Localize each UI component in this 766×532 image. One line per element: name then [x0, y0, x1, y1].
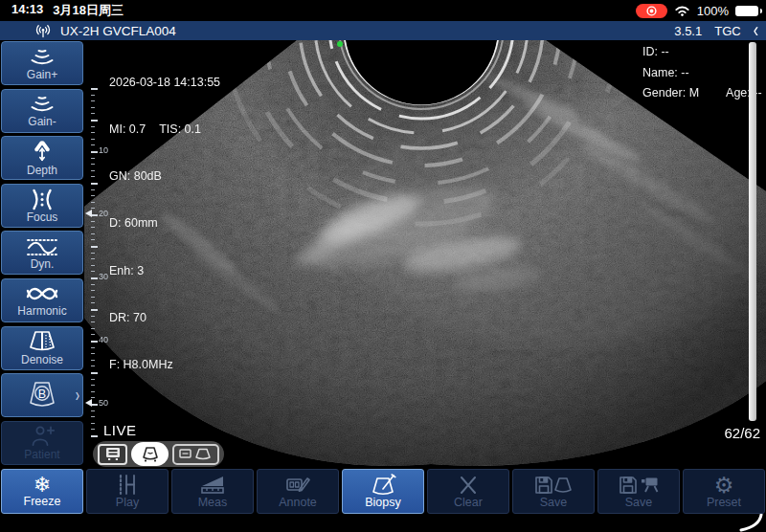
b-mode-icon: B	[21, 380, 63, 410]
preset-label: Preset	[707, 497, 741, 509]
freeze-button[interactable]: ❄ Freeze	[1, 469, 83, 514]
patient-name: Name: --	[642, 63, 762, 84]
bottom-strip	[0, 514, 766, 532]
battery-icon	[735, 6, 758, 16]
split-view-icon	[178, 447, 214, 461]
harmonic-label: Harmonic	[17, 305, 66, 317]
save-video-icon	[618, 474, 660, 497]
depth-button[interactable]: Depth	[1, 136, 83, 180]
b-mode-chevron-icon: ›	[76, 384, 79, 406]
patient-button[interactable]: Patient	[1, 421, 83, 465]
tgc-chevron-icon[interactable]: ‹	[754, 20, 758, 41]
harmonic-icon	[24, 283, 60, 304]
depth-icon	[28, 141, 56, 164]
measure-label: Meas	[198, 497, 228, 509]
depth-end-marker	[85, 399, 92, 407]
tgc-button[interactable]: TGC	[714, 24, 740, 38]
live-status-label: LIVE	[103, 422, 137, 438]
ruler-label-20: 20	[99, 209, 108, 218]
report-view-icon	[103, 447, 123, 461]
dynamic-range-label: Dyn.	[31, 258, 55, 270]
dynamic-range-icon	[25, 236, 59, 257]
app-bar: UX-2H GVCFLA004 3.5.1 TGC ‹	[0, 21, 766, 40]
save-image-button[interactable]: Save	[512, 469, 595, 514]
sidebar: Gain+ Gain- Depth	[0, 40, 84, 469]
bottom-toolbar: ❄ Freeze Play Meas	[0, 469, 766, 514]
orientation-marker-dot	[337, 41, 343, 47]
wifi-icon	[674, 5, 690, 16]
gain-plus-label: Gain+	[27, 69, 57, 80]
screen-record-indicator[interactable]	[636, 4, 667, 18]
depth-ruler	[91, 88, 95, 438]
focus-icon	[27, 188, 57, 211]
patient-id: ID: --	[642, 42, 762, 63]
scan-datetime: 2026-03-18 14:13:55	[109, 75, 220, 90]
view-layout-selector	[93, 441, 224, 467]
image-view-icon	[139, 446, 162, 463]
battery-percent: 100%	[697, 4, 729, 18]
record-icon	[645, 5, 658, 17]
denoise-button[interactable]: Denoise	[1, 326, 83, 370]
gain-minus-button[interactable]: Gain-	[1, 89, 83, 133]
freeze-label: Freeze	[24, 496, 61, 508]
dynamic-range-button[interactable]: Dyn.	[1, 231, 83, 275]
ruler-label-50: 50	[99, 398, 108, 408]
save-video-button[interactable]: Save	[597, 469, 680, 514]
imaging-parameters: 2026-03-18 14:13:55 MI: 0.7TIS: 0.1 GN: …	[109, 43, 220, 404]
clear-x-icon	[457, 474, 480, 497]
gain-plus-icon	[26, 47, 58, 68]
biopsy-icon	[370, 474, 396, 497]
gain-plus-button[interactable]: Gain+	[1, 41, 83, 85]
patient-info: ID: -- Name: -- Gender: MAge: --	[642, 42, 762, 104]
play-button[interactable]: Play	[86, 469, 169, 514]
frequency-value: F: H8.0MHz	[109, 357, 220, 372]
tis-value: TIS: 0.1	[159, 122, 201, 136]
measure-button[interactable]: Meas	[171, 469, 254, 514]
app-version: 3.5.1	[674, 24, 702, 38]
cine-play-icon	[115, 474, 140, 497]
status-bar: 14:13 3月18日周三 100%	[0, 0, 766, 21]
patient-label: Patient	[24, 449, 59, 460]
preset-button[interactable]: ⚙ Preset	[683, 469, 765, 514]
save-video-label: Save	[625, 497, 653, 509]
depth-label: Depth	[27, 165, 57, 176]
preset-gear-icon: ⚙	[714, 475, 734, 497]
denoise-icon	[26, 330, 58, 353]
denoise-label: Denoise	[21, 354, 63, 366]
split-view-button[interactable]	[172, 444, 219, 465]
save-image-icon	[533, 474, 574, 497]
patient-gender: Gender: M	[642, 86, 699, 100]
dynamic-range-value: DR: 70	[109, 310, 220, 325]
annotate-icon	[283, 474, 312, 497]
focus-button[interactable]: Focus	[1, 184, 83, 228]
clock: 14:13	[11, 2, 43, 19]
annotate-button[interactable]: Annote	[257, 469, 339, 514]
patient-icon	[28, 425, 56, 448]
gain-minus-label: Gain-	[28, 116, 56, 127]
focus-marker	[85, 210, 92, 217]
play-label: Play	[116, 497, 139, 509]
ultrasound-app: { "status_bar": { "time": "14:13", "date…	[0, 0, 766, 532]
date: 3月18日周三	[53, 2, 124, 19]
b-mode-letter: B	[38, 388, 46, 401]
b-mode-button[interactable]: B ›	[1, 373, 83, 417]
mi-value: MI: 0.7	[109, 122, 146, 136]
device-title: UX-2H GVCFLA004	[60, 24, 176, 38]
tgc-slider-bar[interactable]	[749, 42, 756, 421]
freeze-snowflake-icon: ❄	[34, 475, 51, 496]
depth-value: D: 60mm	[109, 215, 220, 231]
screen-corner-arc	[733, 514, 764, 532]
clear-label: Clear	[454, 497, 483, 509]
image-view-button[interactable]	[131, 442, 169, 466]
gain-minus-icon	[26, 94, 58, 115]
clear-button[interactable]: Clear	[427, 469, 509, 514]
ultrasound-viewport[interactable]: 2026-03-18 14:13:55 MI: 0.7TIS: 0.1 GN: …	[84, 40, 766, 469]
save-image-label: Save	[540, 497, 568, 509]
report-view-button[interactable]	[98, 444, 127, 465]
wireless-probe-icon	[34, 24, 52, 38]
dyn-range-label2: Focus	[27, 211, 58, 223]
ruler-label-40: 40	[99, 335, 108, 344]
harmonic-button[interactable]: Harmonic	[1, 278, 83, 322]
gain-value: GN: 80dB	[109, 168, 220, 184]
biopsy-button[interactable]: Biopsy	[342, 469, 424, 514]
